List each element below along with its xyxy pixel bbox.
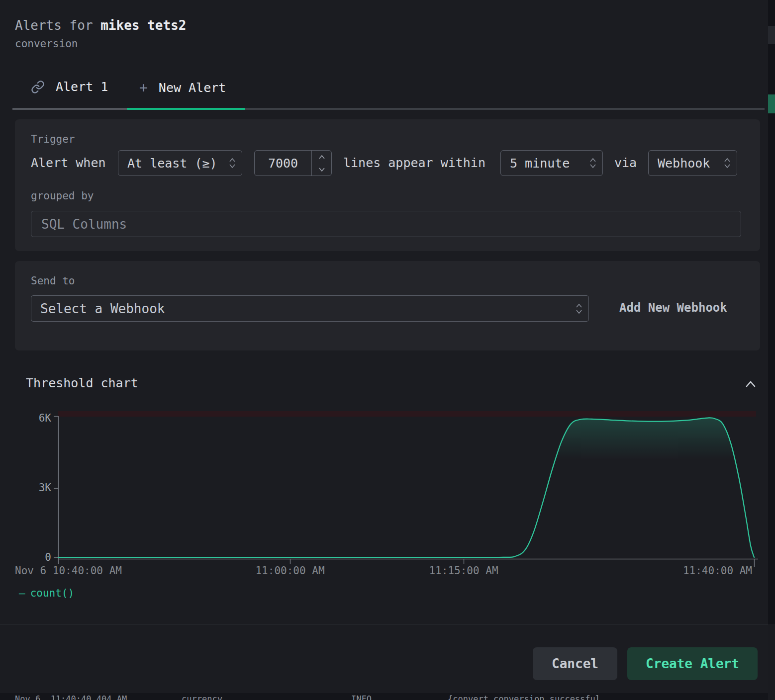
background-edge-fragment (768, 624, 775, 700)
background-log-message: {convert conversion successful (448, 694, 600, 700)
trigger-panel: Trigger Alert when At least (≥) lines ap… (15, 119, 760, 251)
legend-line-swatch: — (19, 587, 25, 599)
background-page-edge (768, 0, 775, 700)
comparison-select[interactable]: At least (≥) (118, 150, 242, 176)
grouped-by-label: grouped by (31, 190, 94, 202)
threshold-spinner (311, 151, 331, 175)
tab-alert-1[interactable]: Alert 1 (31, 80, 108, 94)
alert-modal: Alerts for mikes tets2 conversion Alert … (0, 0, 768, 693)
webhook-select[interactable]: Select a Webhook (31, 295, 589, 322)
page-title-dataset: mikes tets2 (100, 18, 186, 33)
alert-when-text: Alert when (31, 156, 106, 170)
tab-underline-active (127, 108, 245, 110)
plus-icon: + (139, 80, 148, 96)
xtick-1115: 11:15:00 AM (429, 565, 498, 577)
xtick-end: 11:40:00 AM (683, 565, 752, 577)
ytick-0: 0 (16, 551, 51, 563)
background-log-row: Nov 6, 11:40:40.404 AM currency INFO {co… (0, 693, 768, 700)
spinner-down-button[interactable] (312, 163, 331, 175)
chevron-up-icon (743, 377, 758, 392)
page-subtitle: conversion (15, 38, 78, 50)
spinner-up-button[interactable] (312, 151, 331, 163)
send-to-label: Send to (31, 275, 75, 287)
page-title-prefix: Alerts for (15, 18, 100, 33)
chevron-updown-icon (229, 156, 236, 170)
chevron-updown-icon (724, 156, 731, 170)
tab-new-alert-label: New Alert (159, 81, 226, 95)
grouped-by-input[interactable] (31, 211, 741, 237)
ytick-3k: 3K (16, 482, 51, 494)
chevron-updown-icon (576, 302, 582, 316)
link-icon (31, 80, 45, 94)
via-text: via (614, 156, 637, 170)
lines-within-text: lines appear within (343, 156, 485, 170)
background-edge-fragment (768, 26, 775, 44)
xtick-1100: 11:00:00 AM (255, 565, 324, 577)
collapse-chart-button[interactable] (742, 376, 759, 393)
create-alert-button[interactable]: Create Alert (627, 647, 758, 680)
background-log-level: INFO (351, 694, 372, 700)
tab-new-alert[interactable]: + New Alert (139, 80, 226, 96)
background-log-field: currency (182, 694, 222, 700)
window-select-value: 5 minute (510, 156, 570, 171)
chevron-updown-icon (589, 156, 596, 170)
tab-underline-inactive (12, 108, 127, 110)
threshold-input[interactable] (255, 151, 311, 175)
xtick-start: Nov 6 10:40:00 AM (15, 565, 122, 577)
send-to-panel: Send to Select a Webhook Add New Webhook (15, 261, 760, 350)
channel-select-value: Webhook (658, 156, 710, 171)
footer-divider (0, 624, 768, 624)
chart-series (58, 418, 754, 557)
background-log-timestamp: Nov 6, 11:40:40.404 AM (15, 694, 127, 700)
ytick-6k: 6K (16, 412, 51, 424)
trigger-label: Trigger (31, 133, 75, 145)
page-title: Alerts for mikes tets2 (15, 18, 186, 33)
cancel-button[interactable]: Cancel (533, 647, 617, 680)
threshold-chart-title: Threshold chart (26, 376, 138, 390)
webhook-select-value: Select a Webhook (40, 301, 165, 316)
add-new-webhook-button[interactable]: Add New Webhook (619, 301, 727, 315)
channel-select[interactable]: Webhook (648, 150, 737, 176)
comparison-select-value: At least (≥) (127, 156, 217, 171)
legend-series-label: count() (30, 587, 75, 599)
tab-underline (12, 108, 765, 110)
chart-legend: — count() (19, 587, 74, 599)
threshold-band (58, 411, 756, 417)
threshold-input-group (254, 150, 332, 176)
tab-alert-1-label: Alert 1 (56, 80, 108, 94)
background-green-button-fragment (768, 94, 775, 113)
window-select[interactable]: 5 minute (500, 150, 603, 176)
